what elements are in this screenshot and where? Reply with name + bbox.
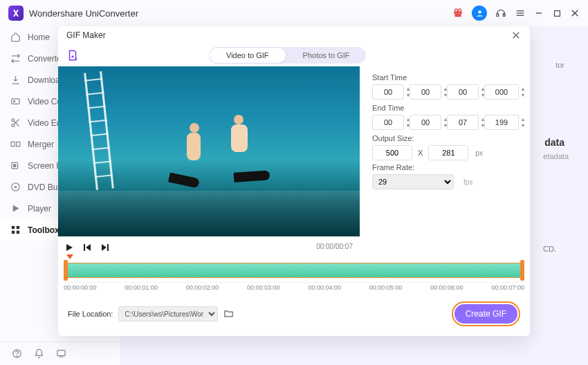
svg-rect-28 <box>11 231 14 234</box>
file-location-select[interactable]: C:\Users\ws\Pictures\Wonders <box>118 306 218 321</box>
mode-segmented-control: Video to GIF Photos to GIF <box>209 47 366 64</box>
end-ms-stepper[interactable]: 199▴▾ <box>484 115 519 130</box>
disc-icon <box>10 182 21 193</box>
end-time-label: End Time <box>372 104 519 112</box>
dialog-title: GIF Maker <box>66 30 106 40</box>
close-icon[interactable] <box>511 30 522 41</box>
svg-rect-20 <box>11 142 15 146</box>
svg-point-23 <box>13 165 16 167</box>
start-ms-stepper[interactable]: 000▴▾ <box>484 84 519 100</box>
gif-maker-dialog: GIF Maker + Video to GIF Photos to GIF 0… <box>58 26 530 336</box>
svg-rect-36 <box>84 244 85 251</box>
settings-panel: Start Time 00▴▾ 00▴▾ 00▴▾ 000▴▾ End Time… <box>360 66 529 256</box>
svg-rect-29 <box>16 231 19 234</box>
end-mm-stepper[interactable]: 00▴▾ <box>410 115 441 130</box>
user-avatar-icon[interactable] <box>472 6 487 21</box>
trim-end-handle[interactable] <box>520 260 524 281</box>
feedback-icon[interactable] <box>55 348 66 359</box>
end-hh-stepper[interactable]: 00▴▾ <box>372 115 404 130</box>
svg-point-5 <box>478 10 481 13</box>
sidebar-item-label: Home <box>28 32 50 42</box>
playhead-icon[interactable] <box>66 254 73 259</box>
video-preview[interactable] <box>58 66 360 236</box>
timeline: 00:00:00:00 00:00:01:00 00:00:02:00 00:0… <box>58 256 530 294</box>
help-icon[interactable] <box>11 348 22 359</box>
headset-icon[interactable] <box>495 8 506 19</box>
gift-icon[interactable] <box>452 8 463 19</box>
record-icon <box>10 160 21 171</box>
svg-rect-12 <box>554 10 560 16</box>
app-logo-icon <box>8 6 24 21</box>
svg-rect-37 <box>107 244 109 251</box>
svg-point-24 <box>11 183 19 191</box>
play-icon <box>10 203 21 214</box>
file-location-label: File Location: <box>68 310 113 318</box>
sidebar-item-label: Player <box>28 204 51 214</box>
bg-fragment-etadata: etadata <box>543 152 569 160</box>
svg-point-3 <box>454 9 457 12</box>
tick-label: 00:00:03:00 <box>247 284 280 294</box>
next-frame-button[interactable] <box>101 242 109 250</box>
sidebar-item-label: Toolbox <box>28 225 59 235</box>
start-hh-stepper[interactable]: 00▴▾ <box>372 84 404 100</box>
svg-rect-7 <box>503 14 505 17</box>
download-icon <box>10 75 21 86</box>
prev-frame-button[interactable] <box>83 242 91 250</box>
range-fill <box>66 263 522 278</box>
tab-photos-to-gif[interactable]: Photos to GIF <box>286 47 367 64</box>
compress-icon <box>10 96 21 107</box>
bell-icon[interactable] <box>33 348 44 359</box>
svg-point-4 <box>459 9 461 12</box>
playback-timecode: 00:00/00:07 <box>316 243 353 250</box>
svg-point-31 <box>17 356 17 357</box>
svg-rect-21 <box>16 142 19 146</box>
merge-icon <box>10 139 21 150</box>
svg-rect-26 <box>11 226 14 229</box>
output-size-label: Output Size: <box>372 134 519 142</box>
frame-rate-select[interactable]: 29 <box>372 174 454 189</box>
output-height-field[interactable] <box>428 145 468 160</box>
home-icon <box>10 32 21 43</box>
svg-text:+: + <box>75 56 78 62</box>
create-gif-highlight: Create GIF <box>452 301 520 326</box>
bg-fragment-data: data <box>544 137 564 148</box>
frame-rate-label: Frame Rate: <box>372 163 519 171</box>
statusbar <box>0 341 121 365</box>
output-width-field[interactable] <box>372 145 412 160</box>
maximize-button[interactable] <box>552 8 562 18</box>
hamburger-menu-icon[interactable] <box>515 8 526 19</box>
play-button[interactable] <box>65 242 73 250</box>
close-window-button[interactable] <box>570 8 580 18</box>
add-media-icon[interactable]: + <box>66 49 79 62</box>
svg-point-25 <box>15 186 17 188</box>
minimize-button[interactable] <box>534 8 544 18</box>
tab-video-to-gif[interactable]: Video to GIF <box>209 47 286 64</box>
tick-label: 00:00:06:00 <box>430 284 463 294</box>
titlebar: Wondershare UniConverter <box>0 0 588 26</box>
bg-fragment-cd: CD. <box>543 245 556 253</box>
app-title: Wondershare UniConverter <box>29 8 138 19</box>
size-separator: X <box>418 149 423 157</box>
end-ss-stepper[interactable]: 07▴▾ <box>447 115 479 130</box>
playback-controls: 00:00/00:07 <box>58 236 360 256</box>
trim-start-handle[interactable] <box>64 260 68 281</box>
tick-label: 00:00:07:00 <box>491 284 524 294</box>
trim-range[interactable] <box>62 259 526 279</box>
create-gif-button[interactable]: Create GIF <box>454 304 517 324</box>
px-unit: px <box>475 149 483 157</box>
tick-label: 00:00:02:00 <box>186 284 219 294</box>
grid-icon <box>10 225 21 236</box>
start-mm-stepper[interactable]: 00▴▾ <box>410 84 441 100</box>
scissors-icon <box>10 118 21 129</box>
svg-point-17 <box>11 124 14 127</box>
bg-fragment-tor: tor <box>555 61 564 69</box>
folder-icon[interactable] <box>223 308 235 319</box>
converter-icon <box>10 53 21 64</box>
fps-unit: fps <box>463 178 472 186</box>
svg-point-16 <box>11 119 14 122</box>
tick-label: 00:00:00:00 <box>64 284 97 294</box>
tick-label: 00:00:04:00 <box>308 284 341 294</box>
start-ss-stepper[interactable]: 00▴▾ <box>447 84 479 100</box>
svg-rect-27 <box>16 226 19 229</box>
tick-label: 00:00:05:00 <box>369 284 403 294</box>
